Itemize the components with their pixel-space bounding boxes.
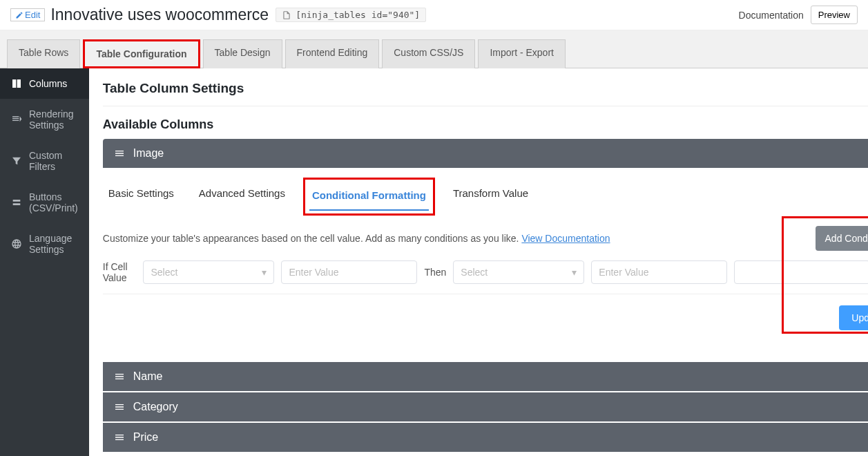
highlight-conditional-formatting: Conditional Formatting	[303, 178, 435, 216]
conditional-formatting-zone: Customize your table's appearances based…	[103, 226, 868, 330]
condition-row: If Cell Value Select ▾ Then Select ▾ —	[103, 260, 868, 294]
columns-icon	[11, 78, 22, 89]
pencil-icon	[15, 11, 23, 19]
then-value-input[interactable]	[591, 260, 727, 284]
tab-table-rows[interactable]: Table Rows	[7, 39, 80, 68]
extra-value-input[interactable]	[734, 260, 868, 284]
tab-table-design[interactable]: Table Design	[203, 39, 282, 68]
documentation-link[interactable]: Documentation	[739, 10, 804, 21]
update-button[interactable]: Update	[839, 305, 868, 330]
select-placeholder: Select	[151, 267, 177, 278]
drag-icon	[114, 401, 125, 412]
sidebar-item-rendering[interactable]: Rendering Settings	[0, 99, 89, 140]
then-action-select[interactable]: Select ▾	[453, 260, 584, 284]
column-header-image[interactable]: Image	[103, 139, 868, 168]
view-documentation-link[interactable]: View Documentation	[521, 233, 610, 244]
filter-icon	[11, 155, 22, 167]
helper-prefix: Customize your table's appearances based…	[103, 233, 522, 244]
sidebar-item-label: Language Settings	[29, 233, 78, 255]
shortcode-box[interactable]: [ninja_tables id="940"]	[276, 8, 426, 22]
edit-text: Edit	[25, 10, 40, 20]
page-title: Innovative uses woocommerce	[50, 6, 269, 24]
helper-row: Customize your table's appearances based…	[103, 226, 868, 251]
sub-tab-advanced[interactable]: Advanced Settings	[196, 180, 288, 213]
rendering-icon	[11, 114, 22, 125]
sidebar-item-columns[interactable]: Columns	[0, 68, 89, 99]
update-row: Update	[103, 305, 868, 330]
drag-icon	[114, 371, 125, 382]
tab-custom-css-js[interactable]: Custom CSS/JS	[382, 39, 475, 68]
sidebar-item-filters[interactable]: Custom Filters	[0, 140, 89, 182]
sidebar-item-label: Columns	[29, 78, 67, 89]
tab-frontend-editing[interactable]: Frontend Editing	[285, 39, 380, 68]
sub-tab-transform[interactable]: Transform Value	[450, 180, 531, 213]
sub-tabs: Basic Settings Advanced Settings Conditi…	[103, 180, 868, 213]
column-header-category[interactable]: Category	[103, 392, 868, 421]
column-title: Image	[133, 147, 868, 160]
drag-icon	[114, 148, 125, 159]
sub-tab-conditional-formatting[interactable]: Conditional Formatting	[309, 182, 429, 211]
sidebar-item-label: Rendering Settings	[29, 108, 78, 131]
top-right-actions: Documentation Preview	[739, 6, 858, 24]
main-layout: Columns Rendering Settings Custom Filter…	[0, 68, 868, 456]
section-title: Table Column Settings	[103, 81, 868, 96]
sidebar: Columns Rendering Settings Custom Filter…	[0, 68, 89, 456]
if-value-input[interactable]	[281, 260, 417, 284]
language-icon	[11, 238, 22, 249]
chevron-down-icon: ▾	[262, 267, 267, 278]
column-header-name[interactable]: Name	[103, 362, 868, 391]
buttons-icon	[11, 197, 22, 208]
available-columns-title: Available Columns	[103, 117, 868, 132]
sidebar-item-label: Custom Filters	[29, 150, 78, 172]
if-label: If Cell Value	[103, 261, 137, 283]
select-placeholder: Select	[461, 267, 488, 278]
chevron-down-icon: ▾	[572, 267, 577, 278]
divider	[103, 106, 868, 106]
top-bar: Edit Innovative uses woocommerce [ninja_…	[0, 0, 868, 30]
image-column-panel: Basic Settings Advanced Settings Conditi…	[103, 169, 868, 341]
add-condition-button[interactable]: Add Condition	[816, 226, 868, 251]
sub-tab-basic[interactable]: Basic Settings	[106, 180, 177, 213]
helper-text: Customize your table's appearances based…	[103, 233, 610, 244]
edit-link[interactable]: Edit	[10, 8, 45, 21]
content-area: Table Column Settings Available Columns …	[89, 68, 868, 456]
column-title: Category	[133, 401, 868, 413]
column-title: Price	[133, 431, 868, 444]
shortcode-text: [ninja_tables id="940"]	[296, 10, 420, 20]
column-header-price[interactable]: Price	[103, 423, 868, 452]
sidebar-item-label: Buttons (CSV/Print)	[29, 191, 78, 213]
file-icon	[282, 10, 291, 20]
if-operator-select[interactable]: Select ▾	[143, 260, 274, 284]
preview-button[interactable]: Preview	[811, 6, 858, 24]
sidebar-item-buttons[interactable]: Buttons (CSV/Print)	[0, 182, 89, 223]
tab-import-export[interactable]: Import - Export	[478, 39, 566, 68]
drag-icon	[114, 432, 125, 443]
then-label: Then	[424, 267, 446, 278]
tab-table-configuration[interactable]: Table Configuration	[83, 39, 200, 68]
sidebar-item-language[interactable]: Language Settings	[0, 223, 89, 265]
column-title: Name	[133, 370, 868, 383]
tab-row: Table Rows Table Configuration Table Des…	[0, 30, 868, 68]
